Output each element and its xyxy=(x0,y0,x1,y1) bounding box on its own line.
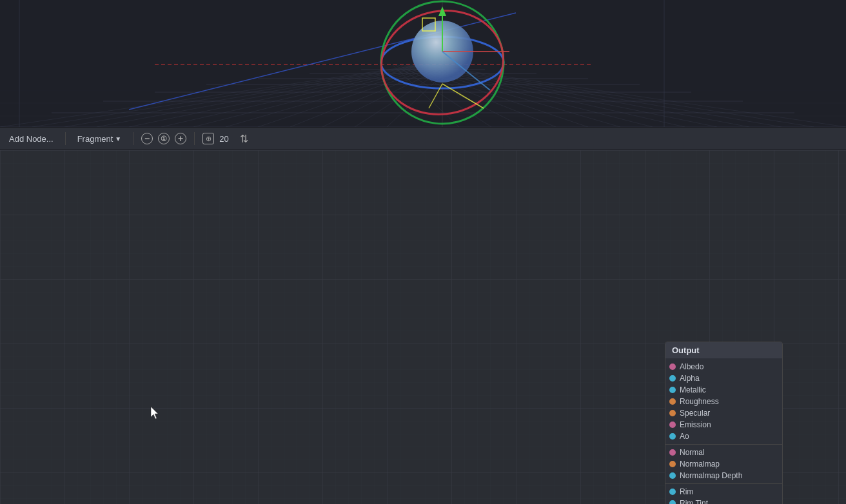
zoom-arrows[interactable]: ⇅ xyxy=(240,133,248,145)
node-row[interactable]: Roughness xyxy=(665,396,782,407)
node-label: Albedo xyxy=(680,362,777,371)
zoom-value: 20 xyxy=(219,134,235,144)
node-dot xyxy=(669,375,676,382)
node-label: Metallic xyxy=(680,385,777,394)
node-label: Normalmap xyxy=(680,460,777,469)
node-dot xyxy=(669,387,676,393)
node-row[interactable]: Alpha xyxy=(665,373,782,384)
node-label: Ao xyxy=(680,432,777,441)
chevron-down-icon: ▼ xyxy=(115,135,121,142)
fragment-label: Fragment xyxy=(77,134,113,144)
node-label: Rim xyxy=(680,487,777,496)
node-editor[interactable]: Output AlbedoAlphaMetallicRoughnessSpecu… xyxy=(0,150,846,504)
node-row[interactable]: Normal xyxy=(665,447,782,458)
node-dot xyxy=(669,449,676,456)
node-row[interactable]: Emission xyxy=(665,419,782,431)
node-label: Rim Tint xyxy=(680,499,777,504)
zoom-in-button[interactable]: + xyxy=(175,133,186,144)
node-dot xyxy=(669,433,676,440)
node-row[interactable]: Rim xyxy=(665,486,782,498)
node-dot xyxy=(669,363,676,370)
node-divider xyxy=(665,444,782,445)
node-label: Specular xyxy=(680,409,777,418)
node-dot xyxy=(669,398,676,405)
add-node-button[interactable]: Add Node... xyxy=(5,133,57,145)
node-row[interactable]: Normalmap xyxy=(665,458,782,470)
node-row[interactable]: Metallic xyxy=(665,384,782,396)
output-node-header: Output xyxy=(665,342,782,358)
node-label: Emission xyxy=(680,420,777,429)
node-divider xyxy=(665,483,782,484)
zoom-out-button[interactable]: − xyxy=(141,133,153,144)
output-node-body: AlbedoAlphaMetallicRoughnessSpecularEmis… xyxy=(665,358,782,504)
node-dot xyxy=(669,500,676,504)
toolbar: Add Node... Fragment ▼ − ① + ⊕ 20 ⇅ xyxy=(0,127,846,150)
node-dot xyxy=(669,472,676,479)
node-row[interactable]: Rim Tint xyxy=(665,498,782,504)
reset-view-button[interactable]: ① xyxy=(158,133,170,144)
node-label: Alpha xyxy=(680,374,777,383)
node-row[interactable]: Specular xyxy=(665,407,782,419)
viewport-3d[interactable] xyxy=(0,0,846,127)
output-node: Output AlbedoAlphaMetallicRoughnessSpecu… xyxy=(665,342,783,504)
node-dot xyxy=(669,489,676,495)
node-label: Normalmap Depth xyxy=(680,471,777,480)
toolbar-separator-2 xyxy=(133,132,133,145)
fragment-dropdown[interactable]: Fragment ▼ xyxy=(74,133,126,145)
snapping-button[interactable]: ⊕ xyxy=(202,133,214,144)
node-label: Normal xyxy=(680,448,777,457)
toolbar-separator-3 xyxy=(194,132,195,145)
node-dot xyxy=(669,461,676,467)
toolbar-separator-1 xyxy=(65,132,66,145)
node-row[interactable]: Ao xyxy=(665,431,782,442)
node-dot xyxy=(669,422,676,428)
node-row[interactable]: Albedo xyxy=(665,361,782,373)
node-label: Roughness xyxy=(680,397,777,406)
node-row[interactable]: Normalmap Depth xyxy=(665,470,782,481)
node-dot xyxy=(669,410,676,416)
